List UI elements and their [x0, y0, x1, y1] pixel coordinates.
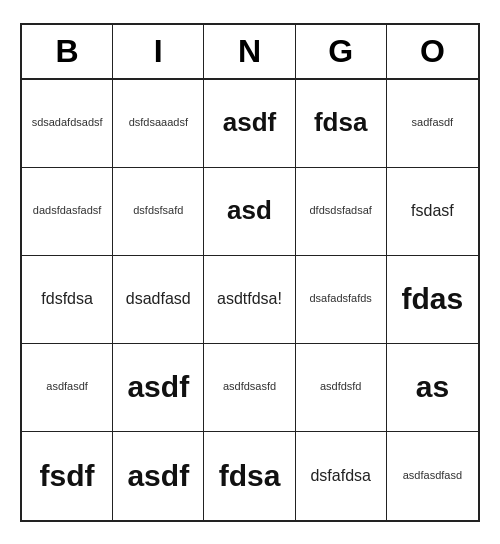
cell-text-r0-c2: asdf — [223, 107, 276, 138]
cell-text-r4-c4: asdfasdfasd — [403, 469, 462, 482]
bingo-cell-r1-c4: fsdasf — [387, 168, 478, 256]
bingo-cell-r0-c1: dsfdsaaadsf — [113, 80, 204, 168]
bingo-cell-r0-c4: sadfasdf — [387, 80, 478, 168]
cell-text-r2-c2: asdtfdsa! — [217, 289, 282, 308]
bingo-cell-r4-c0: fsdf — [22, 432, 113, 520]
cell-text-r4-c1: asdf — [127, 458, 189, 494]
cell-text-r3-c0: asdfasdf — [46, 380, 88, 393]
cell-text-r0-c4: sadfasdf — [412, 116, 454, 129]
bingo-cell-r1-c2: asd — [204, 168, 295, 256]
cell-text-r2-c3: dsafadsfafds — [310, 292, 372, 305]
cell-text-r3-c3: asdfdsfd — [320, 380, 362, 393]
cell-text-r3-c2: asdfdsasfd — [223, 380, 276, 393]
cell-text-r4-c3: dsfafdsa — [310, 466, 370, 485]
bingo-cell-r4-c3: dsfafdsa — [296, 432, 387, 520]
bingo-cell-r2-c4: fdas — [387, 256, 478, 344]
cell-text-r1-c4: fsdasf — [411, 201, 454, 220]
cell-text-r3-c1: asdf — [127, 369, 189, 405]
header-cell-b: B — [22, 25, 113, 78]
cell-text-r1-c1: dsfdsfsafd — [133, 204, 183, 217]
bingo-grid: sdsadafdsadsfdsfdsaaadsfasdffdsasadfasdf… — [22, 80, 478, 520]
bingo-cell-r0-c0: sdsadafdsadsf — [22, 80, 113, 168]
cell-text-r1-c3: dfdsdsfadsaf — [310, 204, 372, 217]
bingo-cell-r2-c0: fdsfdsa — [22, 256, 113, 344]
bingo-cell-r1-c3: dfdsdsfadsaf — [296, 168, 387, 256]
cell-text-r2-c0: fdsfdsa — [41, 289, 93, 308]
bingo-cell-r4-c4: asdfasdfasd — [387, 432, 478, 520]
cell-text-r1-c0: dadsfdasfadsf — [33, 204, 102, 217]
bingo-cell-r1-c0: dadsfdasfadsf — [22, 168, 113, 256]
bingo-cell-r0-c3: fdsa — [296, 80, 387, 168]
cell-text-r4-c0: fsdf — [40, 458, 95, 494]
header-cell-n: N — [204, 25, 295, 78]
bingo-cell-r1-c1: dsfdsfsafd — [113, 168, 204, 256]
bingo-cell-r3-c3: asdfdsfd — [296, 344, 387, 432]
bingo-cell-r0-c2: asdf — [204, 80, 295, 168]
bingo-cell-r2-c2: asdtfdsa! — [204, 256, 295, 344]
cell-text-r2-c4: fdas — [402, 281, 464, 317]
bingo-cell-r2-c3: dsafadsfafds — [296, 256, 387, 344]
cell-text-r0-c3: fdsa — [314, 107, 367, 138]
header-cell-g: G — [296, 25, 387, 78]
bingo-cell-r3-c2: asdfdsasfd — [204, 344, 295, 432]
bingo-cell-r4-c1: asdf — [113, 432, 204, 520]
cell-text-r4-c2: fdsa — [219, 458, 281, 494]
bingo-cell-r4-c2: fdsa — [204, 432, 295, 520]
cell-text-r3-c4: as — [416, 369, 449, 405]
bingo-cell-r2-c1: dsadfasd — [113, 256, 204, 344]
header-cell-i: I — [113, 25, 204, 78]
cell-text-r0-c1: dsfdsaaadsf — [129, 116, 188, 129]
header-cell-o: O — [387, 25, 478, 78]
bingo-cell-r3-c4: as — [387, 344, 478, 432]
bingo-card: BINGO sdsadafdsadsfdsfdsaaadsfasdffdsasa… — [20, 23, 480, 522]
bingo-cell-r3-c0: asdfasdf — [22, 344, 113, 432]
cell-text-r1-c2: asd — [227, 195, 272, 226]
bingo-header: BINGO — [22, 25, 478, 80]
cell-text-r0-c0: sdsadafdsadsf — [32, 116, 103, 129]
bingo-cell-r3-c1: asdf — [113, 344, 204, 432]
cell-text-r2-c1: dsadfasd — [126, 289, 191, 308]
